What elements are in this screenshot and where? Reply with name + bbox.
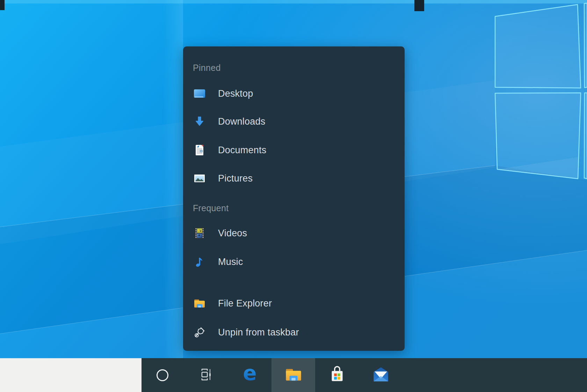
task-view-button[interactable] bbox=[184, 358, 228, 392]
jumplist-item-pictures[interactable]: Pictures bbox=[183, 169, 405, 188]
desktop: Pinned Desktop Downloads bbox=[0, 0, 587, 392]
jumplist-item-label: Desktop bbox=[218, 84, 253, 103]
jumplist-action-unpin[interactable]: Unpin from taskbar bbox=[183, 323, 405, 342]
jumplist-action-label: File Explorer bbox=[218, 294, 272, 313]
jumplist-item-label: Documents bbox=[218, 140, 266, 160]
unpin-icon bbox=[193, 326, 206, 339]
pictures-icon bbox=[193, 172, 206, 185]
svg-text:e: e bbox=[243, 364, 256, 385]
jumplist-item-label: Videos bbox=[218, 223, 247, 243]
file-explorer-icon bbox=[284, 365, 303, 385]
jumplist-item-desktop[interactable]: Desktop bbox=[183, 84, 405, 103]
jumplist-item-label: Pictures bbox=[218, 169, 253, 188]
jumplist-item-label: Downloads bbox=[218, 112, 265, 131]
cortana-circle-icon bbox=[157, 369, 168, 381]
edge-icon: e bbox=[240, 364, 260, 386]
cortana-button[interactable] bbox=[140, 358, 184, 392]
documents-icon bbox=[193, 143, 206, 157]
jumplist-section-header: Pinned bbox=[193, 62, 221, 73]
jumplist-item-music[interactable]: Music bbox=[183, 252, 405, 272]
taskbar-search-box[interactable] bbox=[0, 358, 142, 392]
edge-button[interactable]: e bbox=[228, 358, 271, 392]
music-icon bbox=[193, 255, 206, 268]
mail-button[interactable] bbox=[359, 358, 403, 392]
mail-icon bbox=[372, 366, 390, 384]
task-view-icon bbox=[198, 367, 214, 384]
jumplist-action-file-explorer[interactable]: File Explorer bbox=[183, 294, 405, 313]
file-explorer-jump-list: Pinned Desktop Downloads bbox=[183, 46, 405, 351]
jumplist-section-header: Frequent bbox=[193, 203, 229, 213]
screen-artifact bbox=[0, 0, 5, 10]
downloads-icon bbox=[193, 115, 206, 128]
store-button[interactable] bbox=[315, 358, 359, 392]
jumplist-item-downloads[interactable]: Downloads bbox=[183, 112, 405, 131]
screen-artifact bbox=[414, 0, 424, 11]
taskbar: e bbox=[0, 358, 587, 392]
jumplist-item-documents[interactable]: Documents bbox=[183, 140, 405, 160]
desktop-icon bbox=[193, 87, 206, 100]
jumplist-item-label: Music bbox=[218, 252, 243, 272]
jumplist-item-videos[interactable]: Videos bbox=[183, 223, 405, 243]
file-explorer-icon bbox=[193, 297, 206, 310]
videos-icon bbox=[193, 227, 206, 240]
file-explorer-button[interactable] bbox=[271, 358, 315, 392]
jumplist-action-label: Unpin from taskbar bbox=[218, 323, 299, 342]
microsoft-store-icon bbox=[328, 364, 346, 386]
